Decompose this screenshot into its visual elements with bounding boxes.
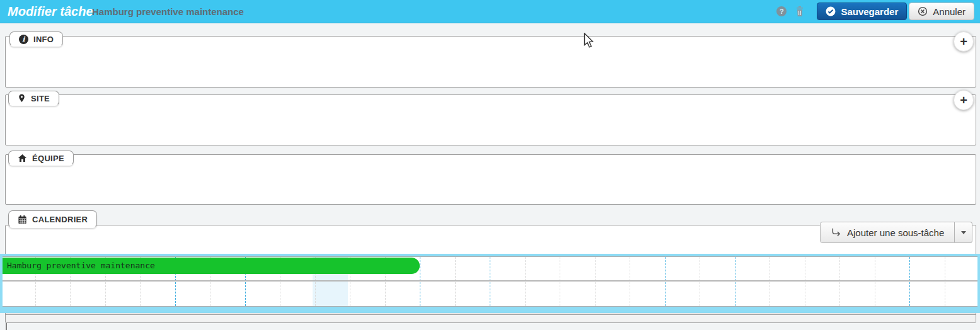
tab-site: SITE: [8, 91, 59, 106]
cancel-circle-icon: [918, 6, 928, 16]
add-subtask-label: Ajouter une sous-tâche: [847, 227, 944, 238]
check-circle-icon: [826, 6, 836, 16]
gantt-task-bar-label: Hamburg preventive maintenance: [3, 258, 420, 274]
gantt-day-gridline: [770, 257, 770, 306]
team-panel: [5, 154, 976, 205]
gantt-row-divider: [3, 280, 977, 282]
gantt-footer-scrollbar[interactable]: [6, 314, 976, 322]
site-panel: [5, 94, 976, 145]
gantt-day-gridline: [805, 257, 805, 306]
home-icon: [18, 154, 27, 162]
info-panel: [5, 36, 976, 88]
gantt-task-bar[interactable]: Hamburg preventive maintenance: [3, 258, 420, 274]
gantt-calendar: Hamburg preventive maintenance: [0, 254, 980, 313]
tab-equipe-label: ÉQUIPE: [32, 154, 64, 163]
gantt-day-gridline: [455, 257, 456, 306]
tab-equipe: ÉQUIPE: [8, 151, 74, 166]
page-title: Modifier tâche: [8, 0, 93, 23]
site-add-button[interactable]: +: [954, 90, 974, 110]
gantt-day-gridline: [945, 257, 945, 306]
task-editor-page: Modifier tâche Hamburg preventive mainte…: [0, 0, 980, 330]
cancel-label: Annuler: [933, 6, 966, 17]
gantt-week-gridline: [909, 257, 910, 306]
gantt-week-gridline: [735, 257, 735, 306]
tab-info-label: INFO: [33, 35, 54, 44]
gantt-week-gridline: [490, 257, 490, 306]
tab-calendrier-label: CALENDRIER: [32, 215, 88, 224]
gantt-grid-area[interactable]: Hamburg preventive maintenance: [3, 256, 977, 307]
cancel-button[interactable]: Annuler: [909, 3, 974, 20]
header-actions: ? Sauvegarder Annuler: [776, 0, 974, 23]
info-icon: i: [19, 35, 28, 44]
location-pin-icon: [18, 93, 26, 103]
trash-icon[interactable]: [795, 6, 805, 17]
app-header: Modifier tâche Hamburg preventive mainte…: [0, 0, 980, 23]
save-label: Sauvegarder: [841, 6, 898, 17]
gantt-day-gridline: [595, 257, 596, 306]
add-subtask-button[interactable]: Ajouter une sous-tâche: [820, 222, 955, 243]
gantt-day-gridline: [525, 257, 526, 306]
add-subtask-options-button[interactable]: [955, 222, 972, 243]
info-add-button[interactable]: +: [954, 31, 974, 52]
gantt-week-gridline: [665, 257, 666, 306]
add-subtask-split-button: Ajouter une sous-tâche: [820, 222, 972, 243]
resize-handle[interactable]: [6, 323, 7, 330]
gantt-week-gridline: [420, 257, 420, 306]
gantt-day-gridline: [700, 257, 700, 306]
gantt-day-gridline: [839, 257, 840, 306]
gantt-frame-right: [977, 254, 980, 313]
gantt-day-gridline: [560, 257, 560, 306]
chevron-down-icon: [961, 231, 966, 237]
gantt-day-gridline: [875, 257, 875, 306]
gantt-day-gridline: [630, 257, 630, 306]
tab-site-label: SITE: [31, 94, 50, 103]
tab-calendrier: CALENDRIER: [8, 210, 97, 228]
calendar-icon: [18, 215, 27, 224]
subtask-arrow-icon: [831, 227, 841, 237]
tab-info: i INFO: [9, 31, 63, 47]
help-icon[interactable]: ?: [776, 6, 787, 16]
gantt-frame-bottom: [0, 307, 980, 313]
save-button[interactable]: Sauvegarder: [817, 3, 907, 20]
task-title: Hamburg preventive maintenance: [92, 0, 244, 23]
